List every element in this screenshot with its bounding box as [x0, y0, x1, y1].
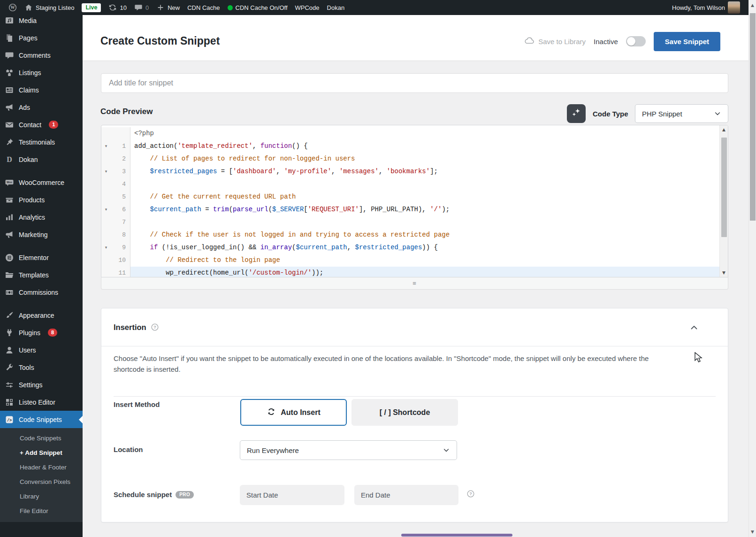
schedule-help-icon[interactable]: ?: [466, 490, 475, 498]
sidebar-item-analytics[interactable]: Analytics: [0, 208, 83, 226]
code-editor[interactable]: <?php▾1add_action('template_redirect', f…: [101, 125, 728, 277]
account-menu[interactable]: Howdy, Tom Wilson: [668, 0, 744, 15]
sidebar-item-products[interactable]: Products: [0, 191, 83, 208]
location-select[interactable]: Run Everywhere: [240, 440, 457, 460]
testimonials-icon: [5, 138, 14, 147]
submenu-item-code-snippets[interactable]: Code Snippets: [0, 431, 83, 445]
sidebar-item-appearance[interactable]: Appearance: [0, 307, 83, 324]
code-line-1[interactable]: ▾1add_action('template_redirect', functi…: [101, 140, 719, 153]
collapse-chevron-up-icon[interactable]: [689, 323, 699, 332]
sidebar-item-label: Pages: [19, 34, 38, 42]
sidebar-item-dokan[interactable]: DDokan: [0, 151, 83, 168]
code-preview-label: Code Preview: [100, 107, 153, 116]
submenu-item-conversion-pixels[interactable]: Conversion Pixels: [0, 475, 83, 489]
code-line-php-tag[interactable]: <?php: [101, 127, 719, 140]
code-line-3[interactable]: ▾3 $restricted_pages = ['dashboard', 'my…: [101, 165, 719, 178]
scroll-up-arrow[interactable]: ▲: [720, 127, 728, 132]
sidebar-item-listeo-editor[interactable]: Listeo Editor: [0, 393, 83, 411]
comment-bubble-icon: [134, 3, 143, 12]
editor-scrollbar-thumb[interactable]: [721, 138, 727, 237]
new-content-menu[interactable]: New: [153, 0, 183, 15]
resize-grip[interactable]: ≡: [412, 280, 417, 286]
end-date-input[interactable]: [354, 485, 458, 505]
ai-generate-button[interactable]: [567, 104, 586, 123]
sparkles-icon: [571, 107, 581, 120]
comments-link[interactable]: 0: [130, 0, 153, 15]
page-scroll-up-arrow[interactable]: ▲: [749, 3, 756, 8]
code-line-5[interactable]: 5 // Get the current requested URL path: [101, 191, 719, 203]
updates-link[interactable]: 10: [105, 0, 130, 15]
sidebar-item-woocommerce[interactable]: WooWooCommerce: [0, 174, 83, 191]
line-number: 7: [111, 216, 130, 229]
sidebar-item-code-snippets[interactable]: />Code Snippets: [0, 411, 83, 428]
sidebar-item-testimonials[interactable]: Testimonials: [0, 133, 83, 151]
cdn-cache-toggle-menu[interactable]: CDN Cache On/Off: [224, 0, 291, 15]
line-number: 6: [111, 203, 130, 216]
sidebar-item-contact[interactable]: Contact1: [0, 116, 83, 133]
dokan-menu[interactable]: Dokan: [323, 0, 349, 15]
svg-text:Woo: Woo: [7, 181, 12, 184]
editor-gutter: 8: [101, 229, 130, 241]
sidebar-item-label: Tools: [19, 364, 34, 371]
shortcode-button[interactable]: [ / ] Shortcode: [351, 399, 458, 426]
submenu-item-add-snippet[interactable]: + Add Snippet: [0, 445, 83, 460]
submenu-item-header-footer[interactable]: Header & Footer: [0, 460, 83, 475]
code-line-7[interactable]: 7: [101, 216, 719, 229]
code-type-select[interactable]: PHP Snippet: [635, 104, 728, 123]
code-line-6[interactable]: ▾6 $current_path = trim(parse_url($_SERV…: [101, 203, 719, 216]
editor-gutter: ▾6: [101, 203, 130, 216]
active-toggle[interactable]: [626, 36, 646, 46]
sidebar-item-plugins[interactable]: Plugins8: [0, 324, 83, 341]
start-date-input[interactable]: [240, 485, 344, 505]
code-line-10[interactable]: 10 // Redirect to the login page: [101, 254, 719, 267]
submenu-item-library[interactable]: Library: [0, 489, 83, 504]
sidebar-item-ads[interactable]: Ads: [0, 99, 83, 116]
fold-arrow-icon[interactable]: ▾: [101, 241, 111, 254]
code-line-2[interactable]: 2 // List of pages to redirect for non-l…: [101, 153, 719, 165]
sidebar-item-users[interactable]: Users: [0, 341, 83, 359]
save-snippet-button[interactable]: Save Snippet: [654, 32, 720, 51]
scroll-down-arrow[interactable]: ▼: [720, 270, 728, 275]
sidebar-item-label: Dokan: [19, 156, 38, 163]
fold-arrow-icon[interactable]: ▾: [101, 203, 111, 216]
live-indicator[interactable]: Live: [78, 0, 105, 15]
save-to-library-button[interactable]: Save to Library: [524, 36, 586, 47]
help-icon[interactable]: ?: [151, 323, 159, 331]
sidebar-item-listings[interactable]: Listings: [0, 64, 83, 81]
editor-gutter: ▾9: [101, 241, 130, 254]
dokan-icon: D: [5, 155, 14, 164]
sidebar-item-commissions[interactable]: Commissions: [0, 284, 83, 301]
wp-logo-menu[interactable]: W: [5, 0, 21, 15]
sidebar-item-comments[interactable]: Comments: [0, 46, 83, 64]
code-line-9[interactable]: ▾9 if (!is_user_logged_in() && in_array(…: [101, 241, 719, 254]
page-scroll-down-arrow[interactable]: ▼: [749, 529, 756, 534]
site-name-link[interactable]: Staging Listeo: [21, 0, 78, 15]
sidebar-item-elementor[interactable]: Elementor: [0, 249, 83, 266]
fold-arrow-icon[interactable]: ▾: [101, 140, 111, 153]
editor-gutter: 11: [101, 267, 130, 277]
wpcode-menu[interactable]: WPCode: [291, 0, 323, 15]
line-number: 11: [111, 267, 130, 277]
cdn-cache-menu[interactable]: CDN Cache: [183, 0, 223, 15]
sidebar-item-settings[interactable]: Settings: [0, 376, 83, 393]
fold-arrow-icon[interactable]: ▾: [101, 165, 111, 178]
sidebar-item-media[interactable]: Media: [0, 15, 83, 29]
code-line-8[interactable]: 8 // Check if the user is not logged in …: [101, 229, 719, 241]
code-line-4[interactable]: 4: [101, 178, 719, 191]
auto-insert-button[interactable]: Auto Insert: [240, 399, 347, 426]
page-scrollbar-horizontal-thumb[interactable]: [401, 534, 512, 537]
submenu-item-file-editor[interactable]: File Editor: [0, 504, 83, 518]
sidebar-item-pages[interactable]: Pages: [0, 29, 83, 46]
editor-gutter: ▾3: [101, 165, 130, 178]
sidebar-item-claims[interactable]: Claims: [0, 81, 83, 99]
snippet-title-input[interactable]: [101, 73, 728, 93]
code-line-11[interactable]: 11 wp_redirect(home_url('/custom-login/'…: [101, 267, 719, 277]
sidebar-item-tools[interactable]: Tools: [0, 359, 83, 376]
code-text: // List of pages to redirect for non-log…: [130, 153, 719, 165]
sidebar-item-templates[interactable]: Templates: [0, 266, 83, 284]
svg-text:?: ?: [469, 491, 472, 496]
page-scrollbar-thumb[interactable]: [750, 13, 756, 221]
site-name: Staging Listeo: [36, 4, 74, 11]
templates-icon: [5, 270, 14, 280]
sidebar-item-marketing[interactable]: Marketing: [0, 226, 83, 243]
